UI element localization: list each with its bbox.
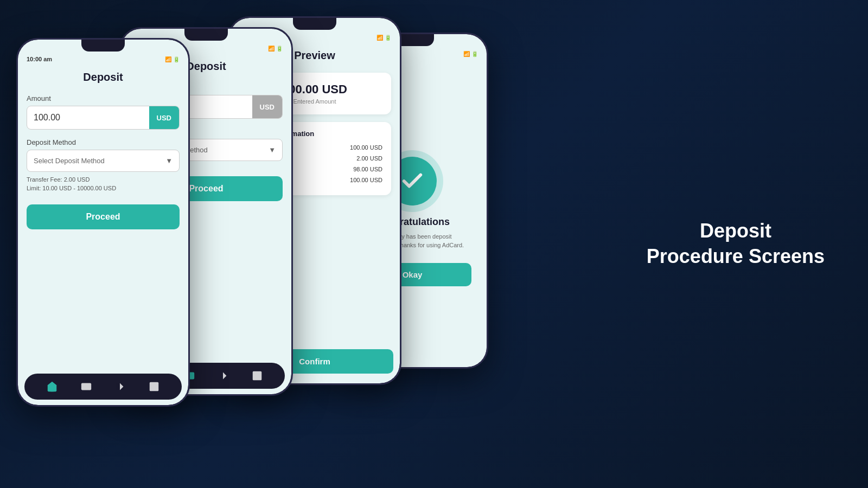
- deposit-method-label-1: Deposit Method: [27, 138, 180, 146]
- status-icons-4: 📶 🔋: [463, 51, 478, 57]
- currency-badge-1: USD: [149, 106, 179, 129]
- notch-1: [81, 40, 125, 52]
- deposit-method-select-1[interactable]: Select Deposit Method ▼: [27, 150, 180, 172]
- main-title: Deposit Procedure Screens: [647, 219, 825, 269]
- status-bar-1: 10:00 am 📶 🔋: [18, 52, 188, 65]
- amount-label-1: Amount: [27, 94, 180, 102]
- checkmark-icon: [400, 169, 425, 194]
- currency-badge-2: USD: [252, 95, 282, 118]
- transfer-fee-1: Transfer Fee: 2.00 USD: [27, 176, 180, 183]
- title-line2: Procedure Screens: [647, 245, 825, 267]
- notch-3: [293, 18, 336, 30]
- deposit-method-value-1: Select Deposit Method: [34, 157, 105, 165]
- info-value-entered: 100.00 USD: [350, 144, 382, 151]
- chevron-down-icon-2: ▼: [269, 146, 276, 154]
- status-icons-1: 📶 🔋: [165, 56, 180, 62]
- info-value-get: 98.00 USD: [353, 166, 382, 172]
- svg-rect-0: [81, 383, 91, 390]
- status-icons-2: 📶 🔋: [268, 46, 283, 52]
- nav-transfer-1[interactable]: [112, 379, 127, 394]
- svg-rect-5: [253, 371, 262, 381]
- phone-1: 10:00 am 📶 🔋 Deposit Amount USD Deposit …: [16, 38, 190, 407]
- info-value-fee: 2.00 USD: [356, 155, 382, 162]
- nav-wallet-1[interactable]: [79, 379, 94, 394]
- time-1: 10:00 am: [27, 56, 52, 62]
- notch-2: [184, 29, 228, 41]
- title-section: Deposit Procedure Screens: [647, 219, 825, 269]
- amount-input-1[interactable]: [27, 106, 149, 129]
- title-line1: Deposit: [700, 220, 771, 242]
- proceed-button-1[interactable]: Proceed: [27, 204, 180, 229]
- svg-rect-1: [150, 382, 159, 391]
- nav-history-1[interactable]: [146, 379, 162, 394]
- status-icons-3: 📶 🔋: [376, 35, 391, 41]
- bottom-nav-1: [24, 374, 182, 400]
- chevron-down-icon-1: ▼: [165, 157, 173, 165]
- nav-history-2[interactable]: [250, 368, 265, 383]
- info-value-payable: 100.00 USD: [350, 177, 382, 183]
- nav-transfer-2[interactable]: [215, 368, 231, 383]
- screen-title-1: Deposit: [27, 71, 180, 84]
- nav-home-1[interactable]: [44, 379, 60, 394]
- limit-1: Limit: 10.00 USD - 10000.00 USD: [27, 185, 180, 191]
- amount-input-row-1: USD: [27, 106, 180, 130]
